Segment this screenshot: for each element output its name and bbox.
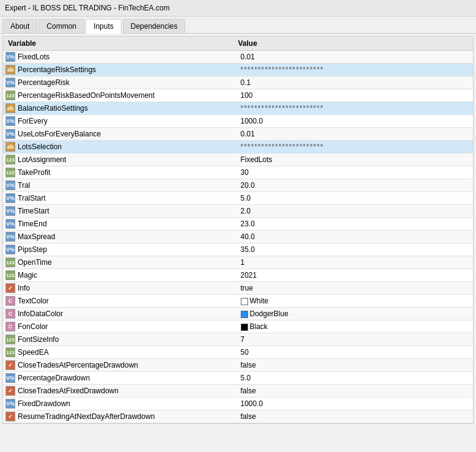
value-cell: ************************ [238, 141, 474, 152]
value-cell: 0.01 [238, 128, 474, 139]
variable-cell: V% Tral [3, 179, 238, 191]
table-row[interactable]: V% FixedDrawdown 1000.0 [3, 398, 473, 410]
variable-name: LotAssignment [18, 155, 66, 164]
variable-cell: V% FixedDrawdown [3, 398, 238, 410]
variable-name: Magic [18, 271, 37, 280]
value-cell: FixedLots [238, 154, 474, 165]
table-row[interactable]: V% MaxSpread 40.0 [3, 231, 473, 243]
variable-cell: ✓ Info [3, 282, 238, 294]
variable-name: MaxSpread [18, 232, 55, 241]
table-row[interactable]: V% TimeStart 2.0 [3, 205, 473, 218]
table-row[interactable]: 123 FontSizeInfo 7 [3, 333, 473, 346]
table-row[interactable]: V% PercentageRisk 0.1 [3, 76, 473, 89]
123-icon: 123 [5, 155, 15, 165]
variable-name: LotsSelection [18, 143, 62, 151]
double-icon: V% [5, 129, 15, 139]
table-row[interactable]: ab PercentageRiskSettings **************… [3, 64, 473, 76]
variable-cell: ✓ CloseTradesAtPercentageDrawdown [3, 359, 238, 371]
variable-name: FonColor [18, 322, 48, 331]
variable-cell: V% MaxSpread [3, 231, 238, 243]
ab-icon: ab [5, 65, 15, 75]
table-row[interactable]: C InfoDataColor DodgerBlue [3, 308, 473, 320]
tab-common[interactable]: Common [38, 19, 84, 33]
123-icon: 123 [5, 347, 15, 357]
variable-cell: 123 TakeProfit [3, 166, 238, 179]
content-panel: Variable Value V% FixedLots 0.01 ab Perc… [2, 36, 474, 424]
variable-name: OpenTime [18, 258, 52, 267]
table-row[interactable]: ✓ ResumeTradingAtNextDayAfterDrawdown fa… [3, 410, 473, 423]
value-cell: 23.0 [238, 218, 474, 229]
table-row[interactable]: V% ForEvery 1000.0 [3, 115, 473, 128]
color-icon: C [5, 309, 15, 319]
ab-icon: ab [5, 103, 15, 113]
tab-dependencies[interactable]: Dependencies [123, 19, 186, 33]
col-value-header: Value [238, 39, 469, 48]
table-row[interactable]: 123 TakeProfit 30 [3, 166, 473, 179]
tab-bar: About Common Inputs Dependencies [0, 17, 476, 34]
table-row[interactable]: V% TralStart 5.0 [3, 192, 473, 205]
value-cell: 2.0 [238, 206, 474, 217]
variable-cell: ab BalanceRatioSettings [3, 102, 238, 114]
value-cell: 1000.0 [238, 398, 474, 409]
variable-name: PercentageDrawdown [18, 374, 90, 382]
title-bar: Expert - IL BOSS DEL TRADING - FinTechEA… [0, 0, 476, 17]
double-icon: V% [5, 232, 15, 242]
table-header: Variable Value [3, 37, 473, 51]
variable-name: BalanceRatioSettings [18, 104, 88, 113]
variable-cell: C FonColor [3, 320, 238, 333]
table-row[interactable]: V% Tral 20.0 [3, 179, 473, 192]
double-icon: V% [5, 373, 15, 383]
table-row[interactable]: V% PipsStep 35.0 [3, 243, 473, 256]
variable-cell: V% TimeEnd [3, 218, 238, 230]
tab-inputs[interactable]: Inputs [86, 19, 122, 34]
value-cell: 100 [238, 90, 474, 101]
table-row[interactable]: C FonColor Black [3, 320, 473, 333]
variable-cell: V% PipsStep [3, 243, 238, 256]
value-cell: ************************ [238, 64, 474, 75]
table-body[interactable]: V% FixedLots 0.01 ab PercentageRiskSetti… [3, 51, 473, 423]
variable-cell: ab PercentageRiskSettings [3, 64, 238, 76]
table-row[interactable]: 123 SpeedEA 50 [3, 346, 473, 359]
table-row[interactable]: ✓ CloseTradesAtFixedDrawdown false [3, 385, 473, 398]
variable-cell: 123 Magic [3, 269, 238, 281]
col-variable-header: Variable [8, 39, 238, 48]
table-row[interactable]: V% TimeEnd 23.0 [3, 218, 473, 231]
table-row[interactable]: ✓ CloseTradesAtPercentageDrawdown false [3, 359, 473, 372]
double-icon: V% [5, 52, 15, 62]
table-row[interactable]: C TextColor White [3, 295, 473, 308]
table-row[interactable]: V% PercentageDrawdown 5.0 [3, 372, 473, 385]
variable-name: InfoDataColor [18, 309, 63, 318]
table-row[interactable]: ✓ Info true [3, 282, 473, 295]
table-row[interactable]: V% FixedLots 0.01 [3, 51, 473, 64]
table-row[interactable]: 123 LotAssignment FixedLots [3, 154, 473, 166]
variable-name: UseLotsForEveryBalance [18, 130, 101, 138]
value-cell: 0.1 [238, 77, 474, 88]
window-title: Expert - IL BOSS DEL TRADING - FinTechEA… [5, 4, 170, 12]
variable-name: TimeStart [18, 207, 49, 215]
variable-cell: C TextColor [3, 295, 238, 307]
table-row[interactable]: 123 OpenTime 1 [3, 256, 473, 269]
value-cell: Black [238, 321, 474, 332]
table-row[interactable]: ab BalanceRatioSettings ****************… [3, 102, 473, 115]
table-row[interactable]: 123 Magic 2021 [3, 269, 473, 282]
table-row[interactable]: V% UseLotsForEveryBalance 0.01 [3, 128, 473, 141]
color-icon: C [5, 322, 15, 332]
double-icon: V% [5, 180, 15, 190]
variable-cell: V% TimeStart [3, 205, 238, 217]
variable-name: PercentageRiskBasedOnPointsMovement [18, 91, 155, 100]
tab-about[interactable]: About [2, 19, 37, 33]
bool-icon: ✓ [5, 360, 15, 370]
bool-icon: ✓ [5, 386, 15, 396]
123-icon: 123 [5, 335, 15, 344]
value-cell: 40.0 [238, 231, 474, 242]
123-icon: 123 [5, 270, 15, 280]
variable-name: ForEvery [18, 117, 48, 125]
table-row[interactable]: 123 PercentageRiskBasedOnPointsMovement … [3, 89, 473, 102]
value-cell: false [238, 385, 474, 396]
variable-name: ResumeTradingAtNextDayAfterDrawdown [18, 412, 155, 421]
value-cell: 5.0 [238, 193, 474, 204]
table-row[interactable]: ab LotsSelection ***********************… [3, 141, 473, 154]
value-cell: 30 [238, 167, 474, 178]
value-cell: 2021 [238, 270, 474, 281]
variable-cell: 123 PercentageRiskBasedOnPointsMovement [3, 89, 238, 102]
